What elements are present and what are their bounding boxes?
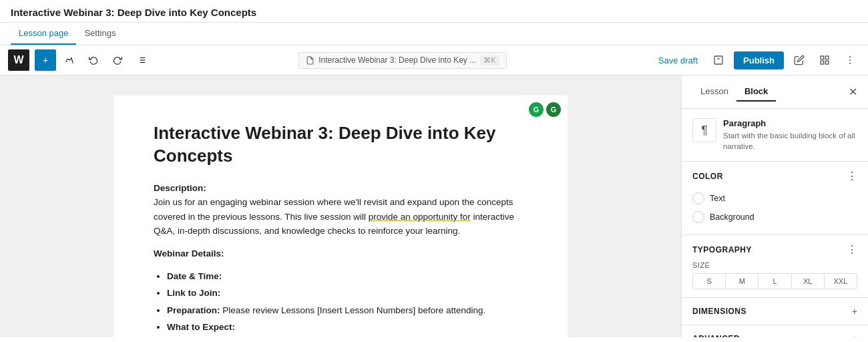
description-paragraph: Description: Join us for an engaging web…	[154, 181, 527, 238]
size-s[interactable]: S	[693, 274, 726, 289]
advanced-section: Advanced ▾	[682, 325, 868, 337]
grammarly-badges: G G	[529, 102, 561, 117]
more-options-button[interactable]	[840, 50, 860, 70]
description-link[interactable]: provide an opportunity for	[369, 212, 471, 222]
preview-button[interactable]	[708, 50, 728, 70]
typography-header: Typography ⋮	[692, 243, 857, 256]
list-item: What to Expect: A brief recap of key top…	[167, 320, 527, 337]
right-panel: Lesson Block ✕ ¶ Paragraph Start with th…	[681, 75, 868, 337]
more-icon	[845, 55, 855, 65]
size-l[interactable]: L	[758, 274, 791, 289]
redo-icon	[113, 55, 122, 65]
dimensions-expand-button[interactable]: +	[852, 306, 857, 317]
svg-point-12	[849, 56, 851, 57]
background-color-option[interactable]: Background	[692, 208, 857, 226]
panel-close-button[interactable]: ✕	[849, 86, 857, 98]
bullet-text: Please review Lessons [Insert Lesson Num…	[220, 305, 486, 315]
size-xxl[interactable]: XXL	[825, 274, 857, 289]
size-label: SIZE	[692, 261, 857, 269]
advanced-title: Advanced	[692, 334, 740, 337]
size-xl[interactable]: XL	[792, 274, 825, 289]
bullet-label: Preparation:	[167, 305, 220, 315]
background-color-label: Background	[710, 212, 754, 222]
brush-tool-button[interactable]	[59, 49, 80, 71]
view-toggle-button[interactable]	[815, 50, 835, 70]
block-details: Paragraph Start with the basic building …	[723, 118, 857, 152]
title-bar: Interactive Webinar 3: Deep Dive into Ke…	[0, 0, 868, 23]
edit-button[interactable]	[789, 50, 809, 70]
advanced-expand-button[interactable]: ▾	[853, 333, 857, 337]
webinar-details-label: Webinar Details:	[154, 246, 527, 261]
typography-title: Typography	[692, 245, 752, 254]
tab-lesson[interactable]: Lesson	[692, 82, 736, 102]
block-description: Start with the basic building block of a…	[723, 130, 857, 152]
toolbar: W + Interactive Webinar 3: Deep Dive int…	[0, 45, 868, 75]
typography-section: Typography ⋮ SIZE S M L XL XXL	[682, 235, 868, 298]
undo-icon	[89, 55, 98, 65]
content-body: Description: Join us for an engaging web…	[154, 181, 527, 337]
brush-icon	[65, 55, 74, 65]
view-icon	[819, 55, 830, 65]
bullet-label: Link to Join:	[167, 288, 220, 298]
text-color-option[interactable]: Text	[692, 189, 857, 208]
grammarly-badge-1: G	[529, 102, 544, 117]
text-color-swatch	[692, 192, 704, 204]
dimensions-section: Dimensions +	[682, 298, 868, 325]
add-block-button[interactable]: +	[35, 49, 56, 71]
editor-area: G G Interactive Webinar 3: Deep Dive int…	[0, 75, 681, 337]
undo-button[interactable]	[83, 49, 104, 71]
panel-header: Lesson Block ✕	[682, 75, 868, 109]
bullet-label: What to Expect:	[167, 322, 235, 332]
search-bar[interactable]: Interactive Webinar 3: Deep Dive into Ke…	[298, 52, 506, 69]
color-menu-button[interactable]: ⋮	[847, 170, 857, 182]
description-label: Description:	[154, 183, 206, 193]
bullet-label: Date & Time:	[167, 271, 222, 281]
color-section-header: Color ⋮	[692, 170, 857, 182]
panel-tabs: Lesson Block	[692, 82, 776, 102]
tab-block[interactable]: Block	[736, 82, 776, 102]
tab-lesson-page[interactable]: Lesson page	[11, 23, 76, 45]
edit-icon	[794, 55, 805, 65]
list-item: Date & Time:	[167, 269, 527, 284]
background-color-swatch	[692, 211, 704, 223]
search-text: Interactive Webinar 3: Deep Dive into Ke…	[318, 55, 476, 65]
grammarly-badge-2: G	[546, 102, 561, 117]
list-icon	[137, 55, 146, 65]
page-tabs: Lesson page Settings	[0, 23, 868, 45]
webinar-bullets: Date & Time: Link to Join: Preparation: …	[154, 269, 527, 337]
block-type-icon: ¶	[692, 118, 716, 142]
tab-settings[interactable]: Settings	[76, 23, 124, 45]
cmd-badge: ⌘K	[480, 55, 499, 65]
wp-logo: W	[8, 49, 29, 71]
size-options: S M L XL XXL	[692, 273, 857, 289]
svg-rect-10	[821, 61, 824, 64]
main-layout: G G Interactive Webinar 3: Deep Dive int…	[0, 75, 868, 337]
page-title: Interactive Webinar 3: Deep Dive into Ke…	[11, 7, 256, 18]
svg-point-14	[849, 63, 851, 64]
list-view-button[interactable]	[131, 49, 152, 71]
color-section: Color ⋮ Text Background	[682, 162, 868, 235]
save-draft-button[interactable]: Save draft	[653, 53, 703, 68]
block-name: Paragraph	[723, 118, 857, 128]
typography-menu-button[interactable]: ⋮	[847, 243, 857, 256]
list-item: Preparation: Please review Lessons [Inse…	[167, 303, 527, 318]
svg-point-13	[849, 59, 851, 61]
svg-rect-6	[714, 56, 722, 64]
svg-rect-9	[825, 56, 829, 59]
size-m[interactable]: M	[726, 274, 758, 289]
text-color-label: Text	[710, 194, 725, 203]
content-title[interactable]: Interactive Webinar 3: Deep Dive into Ke…	[154, 122, 527, 168]
block-info: ¶ Paragraph Start with the basic buildin…	[682, 109, 868, 162]
dimensions-title: Dimensions	[692, 307, 746, 316]
color-section-title: Color	[692, 172, 723, 181]
list-item: Link to Join:	[167, 286, 527, 301]
document-icon	[306, 56, 314, 65]
redo-button[interactable]	[107, 49, 128, 71]
preview-icon	[713, 55, 724, 65]
svg-rect-11	[825, 61, 829, 64]
publish-button[interactable]: Publish	[734, 51, 784, 69]
svg-rect-8	[821, 56, 824, 59]
editor-content[interactable]: G G Interactive Webinar 3: Deep Dive int…	[114, 96, 568, 337]
